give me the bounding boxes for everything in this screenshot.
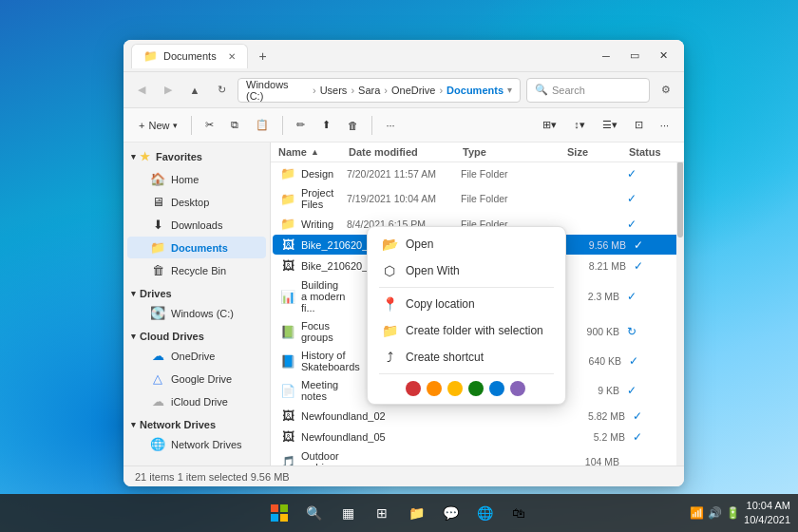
sidebar-item-home[interactable]: 🏠 Home	[127, 168, 266, 190]
create-folder-icon: 📁	[381, 323, 398, 338]
network-header[interactable]: ▾ Network Drives	[124, 413, 270, 432]
details-button[interactable]: ⊡	[627, 113, 651, 138]
table-row[interactable]: 📁 Project Files 7/19/2021 10:04 AM File …	[273, 184, 682, 213]
sidebar-item-gdrive[interactable]: △ Google Drive	[127, 368, 266, 390]
new-tab-button[interactable]: +	[252, 45, 275, 67]
sidebar-item-downloads[interactable]: ⬇ Downloads	[127, 214, 266, 236]
view-controls: ⊞▾ ↕▾ ☰▾ ⊡ ···	[535, 113, 676, 138]
scrollbar-track[interactable]	[676, 142, 684, 466]
search-box[interactable]: 🔍 Search	[526, 78, 650, 103]
menu-item-open-with[interactable]: ⬡ Open With	[371, 257, 561, 284]
file-icon: 📁	[280, 166, 295, 180]
view-button[interactable]: ⊞▾	[535, 113, 564, 138]
new-button[interactable]: + New ▾	[131, 113, 185, 138]
menu-item-create-folder[interactable]: 📁 Create folder with selection	[371, 317, 561, 344]
forward-button[interactable]: ▶	[158, 80, 179, 101]
back-button[interactable]: ◀	[131, 80, 152, 101]
color-red[interactable]	[406, 381, 421, 396]
table-row[interactable]: 📁 Design 7/20/2021 11:57 AM File Folder …	[273, 163, 682, 183]
overflow-button[interactable]: ···	[653, 113, 676, 138]
color-orange[interactable]	[427, 381, 442, 396]
cloud-header[interactable]: ▾ Cloud Drives	[124, 325, 270, 344]
file-date: 7/19/2021 10:04 AM	[347, 193, 461, 204]
sidebar-item-network[interactable]: 🌐 Network Drives	[127, 433, 266, 455]
file-status: ✓	[629, 354, 674, 368]
menu-item-open[interactable]: 📂 Open	[371, 231, 561, 257]
taskbar-store[interactable]: 🛍	[504, 498, 534, 528]
file-icon: 🖼	[280, 429, 295, 444]
gdrive-icon: △	[150, 371, 165, 386]
scrollbar-thumb[interactable]	[677, 162, 683, 238]
paste-button[interactable]: 📋	[248, 113, 276, 138]
tab-close-button[interactable]: ✕	[228, 51, 236, 62]
table-row[interactable]: 🎵 Outdoor ambience 104 MB	[273, 447, 682, 466]
up-button[interactable]: ▲	[184, 80, 205, 101]
toolbar-separator-1	[191, 116, 192, 135]
maximize-button[interactable]: ▭	[621, 46, 648, 66]
sidebar-item-c-drive[interactable]: 💽 Windows (C:)	[127, 302, 266, 324]
menu-separator-2	[379, 373, 554, 374]
toolbar: + New ▾ ✂ ⧉ 📋 ✏ ⬆ 🗑 ··· ⊞▾ ↕▾ ☰▾ ⊡ ···	[124, 108, 684, 142]
table-row[interactable]: 🖼 Newfoundland_05 5.2 MB ✓	[273, 427, 682, 446]
file-size: 5.82 MB	[578, 410, 633, 422]
open-icon: 📂	[381, 237, 398, 252]
window-tab[interactable]: 📁 Documents ✕	[131, 44, 248, 68]
group-button[interactable]: ☰▾	[595, 113, 625, 138]
cut-button[interactable]: ✂	[198, 113, 221, 138]
file-name: Focus groups	[301, 320, 347, 343]
sidebar-item-onedrive[interactable]: ☁ OneDrive	[127, 345, 266, 367]
delete-button[interactable]: 🗑	[340, 113, 366, 138]
share-button[interactable]: ⬆	[314, 113, 338, 138]
sidebar-item-desktop[interactable]: 🖥 Desktop	[127, 191, 266, 213]
desktop-icon: 🖥	[150, 195, 165, 209]
taskbar-chat[interactable]: 💬	[435, 498, 466, 528]
file-size: 104 MB	[565, 456, 627, 466]
drive-icon: 💽	[150, 306, 165, 320]
file-size: 9 KB	[565, 385, 627, 396]
taskbar-start[interactable]	[264, 498, 294, 528]
sidebar-item-recycle[interactable]: 🗑 Recycle Bin	[127, 259, 266, 281]
sidebar-label-gdrive: Google Drive	[171, 373, 232, 385]
col-date-header: Date modified	[349, 146, 463, 158]
refresh-button[interactable]: ↻	[211, 80, 232, 101]
path-dropdown-icon[interactable]: ▾	[507, 85, 512, 95]
close-button[interactable]: ✕	[650, 46, 676, 66]
table-row[interactable]: 🖼 Newfoundland_02 5.82 MB ✓	[273, 406, 682, 426]
network-icon: 🌐	[150, 437, 165, 451]
taskbar-center: 🔍 ▦ ⊞ 📁 💬 🌐 🛍	[264, 498, 534, 528]
menu-item-create-shortcut[interactable]: ⤴ Create shortcut	[371, 344, 561, 370]
sidebar-item-documents[interactable]: 📁 Documents	[127, 237, 266, 258]
color-blue[interactable]	[489, 381, 504, 396]
drives-header[interactable]: ▾ Drives	[124, 282, 270, 301]
taskbar-search[interactable]: 🔍	[298, 498, 329, 528]
minimize-button[interactable]: ─	[593, 46, 619, 66]
favorites-header[interactable]: ▾ ★ Favorites	[124, 146, 270, 167]
rename-button[interactable]: ✏	[289, 113, 313, 138]
color-yellow[interactable]	[447, 381, 463, 396]
sidebar-label-recycle: Recycle Bin	[171, 265, 226, 276]
taskbar-datetime[interactable]: 10:04 AM 10/4/2021	[744, 499, 790, 528]
more-button[interactable]: ···	[378, 113, 402, 138]
taskbar-file-explorer[interactable]: 📁	[401, 498, 431, 528]
taskbar-widgets[interactable]: ▦	[332, 498, 363, 528]
taskbar-edge[interactable]: 🌐	[469, 498, 500, 528]
sort-button[interactable]: ↕▾	[566, 113, 593, 138]
documents-icon: 📁	[150, 240, 165, 255]
file-size: 9.56 MB	[580, 239, 634, 251]
color-green[interactable]	[468, 381, 484, 396]
taskbar-multitask[interactable]: ⊞	[367, 498, 397, 528]
color-purple[interactable]	[510, 381, 525, 396]
sidebar-label-icloud: iCloud Drive	[171, 396, 228, 408]
recycle-icon: 🗑	[150, 263, 165, 277]
file-status: ✓	[633, 409, 674, 423]
file-name: Newfoundland_05	[301, 431, 386, 443]
file-size: 5.2 MB	[578, 431, 633, 443]
menu-item-copy-location[interactable]: 📍 Copy location	[371, 291, 561, 317]
network-label: Network Drives	[140, 419, 216, 430]
address-path[interactable]: Windows (C:) › Users › Sara › OneDrive ›…	[238, 78, 521, 103]
file-size: 8.21 MB	[580, 260, 634, 272]
copy-button[interactable]: ⧉	[223, 113, 246, 138]
favorites-star-icon: ★	[140, 150, 150, 163]
settings-button[interactable]: ⚙	[656, 80, 676, 101]
sidebar-item-icloud[interactable]: ☁ iCloud Drive	[127, 390, 266, 412]
